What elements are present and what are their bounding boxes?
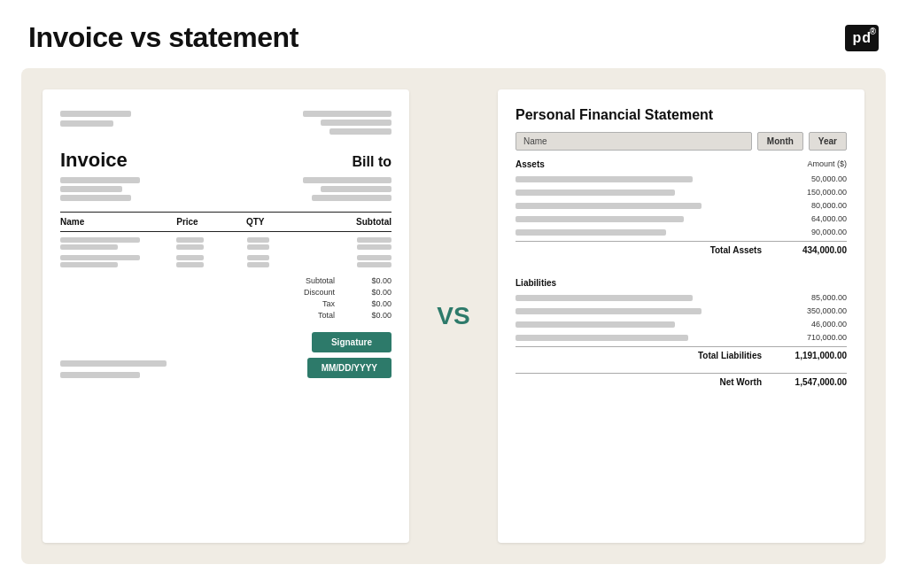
invoice-card: Invoice Bill to Name Price [43, 89, 409, 543]
list-item: 64,000.00 [516, 214, 847, 223]
discount-label: Discount [282, 288, 335, 297]
placeholder [60, 177, 140, 183]
placeholder [60, 262, 118, 267]
placeholder [176, 262, 204, 267]
invoice-table-header: Name Price QTY Subtotal [60, 212, 391, 232]
list-item: 80,000.00 [516, 201, 847, 210]
assets-rows: 50,000.00 150,000.00 80,000.00 64,000.00… [516, 174, 847, 236]
placeholder [60, 186, 122, 192]
col-name: Name [60, 217, 176, 227]
placeholder [321, 120, 391, 126]
liabilities-section-header: Liabilities [516, 278, 847, 288]
placeholder [516, 203, 702, 209]
placeholder [321, 186, 391, 192]
placeholder [357, 237, 391, 243]
list-item: 46,000.00 [516, 320, 847, 329]
total-label: Total [282, 311, 335, 320]
discount-row: Discount $0.00 [282, 288, 391, 297]
placeholder [516, 321, 675, 328]
col-qty: QTY [246, 217, 305, 227]
name-field[interactable]: Name [516, 132, 752, 151]
col-price: Price [176, 217, 246, 227]
list-item: 710,000.00 [516, 333, 847, 342]
invoice-footer: Signature MM/DD/YYYY [60, 332, 391, 378]
placeholder [357, 244, 391, 250]
invoice-top-placeholders [60, 111, 391, 135]
subtotal-label: Subtotal [282, 276, 335, 285]
list-item: 85,000.00 [516, 293, 847, 302]
placeholder [516, 176, 693, 182]
tax-row: Tax $0.00 [282, 299, 391, 308]
placeholder [60, 244, 118, 250]
list-item: 50,000.00 [516, 174, 847, 183]
placeholder [516, 308, 702, 314]
placeholder [60, 195, 131, 201]
asset-value-1: 50,000.00 [785, 174, 847, 183]
placeholder [176, 237, 204, 243]
table-row [60, 237, 391, 250]
placeholder [312, 195, 391, 201]
placeholder [516, 229, 666, 236]
placeholder [357, 255, 391, 260]
placeholder [60, 372, 140, 378]
discount-value: $0.00 [356, 288, 391, 297]
amount-label: Amount ($) [807, 159, 847, 169]
placeholder [176, 255, 204, 260]
total-liabilities-row: Total Liabilities 1,191,000.00 [516, 346, 847, 360]
tax-label: Tax [282, 299, 335, 308]
placeholder [60, 237, 140, 243]
total-assets-row: Total Assets 434,000.00 [516, 241, 847, 255]
liability-value-2: 350,000.00 [785, 306, 847, 315]
vs-label: VS [427, 89, 480, 543]
total-liabilities-label: Total Liabilities [516, 351, 776, 360]
net-worth-value: 1,547,000.00 [776, 377, 847, 387]
placeholder [516, 190, 675, 196]
placeholder [60, 111, 131, 117]
signature-button[interactable]: Signature [312, 332, 391, 352]
placeholder [247, 262, 270, 267]
list-item: 350,000.00 [516, 306, 847, 315]
table-row [60, 255, 391, 267]
net-worth-label: Net Worth [516, 377, 776, 387]
liabilities-label: Liabilities [516, 278, 556, 288]
header: Invoice vs statement pd® [0, 0, 907, 68]
month-field[interactable]: Month [757, 132, 803, 151]
total-liabilities-value: 1,191,000.00 [776, 351, 847, 360]
list-item: 150,000.00 [516, 188, 847, 197]
placeholder [357, 262, 391, 267]
page-title: Invoice vs statement [28, 21, 298, 54]
asset-value-4: 64,000.00 [785, 214, 847, 223]
total-row: Total $0.00 [282, 311, 391, 320]
placeholder [303, 177, 391, 183]
col-subtotal: Subtotal [305, 217, 391, 227]
invoice-title: Invoice [60, 149, 128, 172]
tax-value: $0.00 [356, 299, 391, 308]
statement-card: Personal Financial Statement Name Month … [498, 89, 864, 543]
assets-section-header: Assets Amount ($) [516, 159, 847, 169]
date-button[interactable]: MM/DD/YYYY [307, 358, 391, 378]
bill-to-label: Bill to [353, 154, 391, 170]
year-field[interactable]: Year [809, 132, 847, 151]
placeholder [516, 335, 688, 341]
asset-value-5: 90,000.00 [785, 228, 847, 236]
placeholder [60, 360, 167, 367]
logo: pd® [845, 25, 879, 51]
asset-value-3: 80,000.00 [785, 201, 847, 210]
total-assets-value: 434,000.00 [776, 245, 847, 255]
invoice-title-row: Invoice Bill to [60, 149, 391, 172]
net-worth-row: Net Worth 1,547,000.00 [516, 373, 847, 387]
asset-value-2: 150,000.00 [785, 188, 847, 197]
assets-label: Assets [516, 159, 545, 169]
total-value: $0.00 [356, 311, 391, 320]
subtotal-value: $0.00 [356, 276, 391, 285]
invoice-totals: Subtotal $0.00 Discount $0.00 Tax $0.00 … [60, 276, 391, 320]
placeholder [247, 244, 270, 250]
placeholder [247, 255, 270, 260]
invoice-rows [60, 237, 391, 267]
placeholder [60, 255, 140, 260]
page: Invoice vs statement pd® Inv [0, 0, 907, 588]
placeholder [516, 216, 684, 222]
placeholder [60, 120, 113, 127]
placeholder [303, 111, 391, 117]
subtotal-row: Subtotal $0.00 [282, 276, 391, 285]
